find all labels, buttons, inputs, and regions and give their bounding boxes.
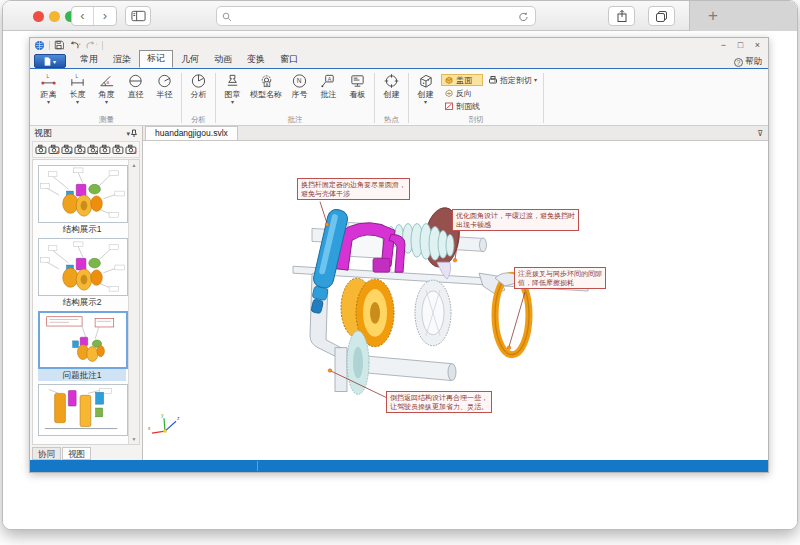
section-line-toggle[interactable]: 剖面线 — [441, 100, 483, 112]
panel-collapse-icon[interactable]: ⊽ — [757, 129, 763, 138]
show-tabs-button[interactable] — [648, 6, 675, 26]
view-item-structure2[interactable]: 结构展示2 — [38, 238, 126, 308]
length-icon: L — [69, 73, 86, 89]
dropdown-caret-icon: ▾ — [53, 58, 56, 65]
axis-triad-icon: x y z — [148, 412, 180, 433]
specify-section-button[interactable]: 指定剖切 ▾ — [485, 74, 540, 86]
app-window: − □ × ▾ 常用 渲染 标记 几何 动画 变换 窗口 ? — [29, 37, 769, 473]
thumbnail-scrollbar[interactable]: ▲ ▼ — [128, 160, 139, 444]
part-white-gear[interactable] — [415, 280, 451, 346]
camera-delete-icon[interactable] — [125, 144, 137, 155]
group-label-section: 剖切 — [412, 114, 540, 125]
annotation-button[interactable]: A 批注 — [315, 71, 342, 100]
svg-text:y: y — [161, 412, 164, 418]
section-create-button[interactable]: 创建▾ — [412, 71, 439, 105]
tab-render[interactable]: 渲染 — [106, 52, 138, 68]
model-name-button[interactable]: A 模型名称 — [248, 71, 284, 100]
reverse-toggle[interactable]: 反向 — [441, 87, 483, 99]
camera-next-icon[interactable] — [112, 144, 124, 155]
annotation-callout-3[interactable]: 注意拨叉与同步环间的间隙 值，降低摩擦损耗 — [514, 267, 606, 289]
help-button[interactable]: ? 帮助 — [734, 56, 764, 68]
tab-mark[interactable]: 标记 — [139, 50, 173, 68]
sequence-number-button[interactable]: N 序号 — [286, 71, 313, 100]
app-minimize-button[interactable]: − — [717, 39, 730, 51]
scroll-down-icon[interactable]: ▼ — [132, 436, 137, 442]
document-tab[interactable]: huandangjigou.svlx — [145, 126, 238, 140]
tab-animation[interactable]: 动画 — [207, 52, 239, 68]
part-cyan-gear[interactable] — [347, 331, 369, 395]
view-item-partial[interactable] — [38, 384, 126, 436]
distance-button[interactable]: L 距离▾ — [35, 71, 62, 105]
tab-collaboration[interactable]: 协同 — [32, 447, 61, 460]
part-gold-gear[interactable] — [341, 278, 394, 347]
view-thumbnail-image — [38, 238, 128, 296]
redo-icon[interactable] — [85, 40, 98, 50]
crosshair-icon — [383, 73, 400, 89]
view-item-problem-annotation1[interactable]: 问题批注1 — [38, 311, 126, 381]
hotspot-create-button[interactable]: 创建 — [378, 71, 405, 100]
camera-update-icon[interactable] — [48, 144, 60, 155]
group-label-analysis: 分析 — [185, 114, 212, 125]
tab-view[interactable]: 视图 — [62, 447, 91, 460]
radius-button[interactable]: 半径 — [151, 71, 178, 100]
dropdown-caret-icon: ▾ — [534, 78, 537, 83]
radius-icon — [156, 73, 173, 89]
browser-page: − □ × ▾ 常用 渲染 标记 几何 动画 变换 窗口 ? — [3, 31, 797, 530]
tab-geometry[interactable]: 几何 — [174, 52, 206, 68]
file-menu-button[interactable]: ▾ — [34, 54, 66, 68]
ribbon: L 距离▾ L 长度▾ a 角度▾ 直径 — [30, 68, 768, 126]
reload-icon[interactable] — [518, 11, 529, 23]
dropdown-caret-icon: ▾ — [424, 100, 427, 105]
diameter-button[interactable]: 直径 — [122, 71, 149, 100]
camera-up-icon[interactable] — [74, 144, 86, 155]
undo-icon[interactable] — [68, 40, 81, 50]
dropdown-caret-icon: ▾ — [105, 100, 108, 105]
app-maximize-button[interactable]: □ — [734, 39, 747, 51]
annotation-callout-4[interactable]: 倒挡返回结构设计再合理一些， 让驾驶员操纵更加省力、灵活。 — [386, 391, 492, 413]
status-bar-divider — [257, 461, 258, 471]
save-icon[interactable] — [54, 40, 64, 50]
analysis-button[interactable]: 分析 — [185, 71, 212, 100]
section-line-icon — [444, 101, 454, 111]
analysis-icon — [190, 73, 207, 89]
new-tab-button[interactable]: + — [700, 4, 726, 27]
tab-window[interactable]: 窗口 — [273, 52, 305, 68]
length-button[interactable]: L 长度▾ — [64, 71, 91, 105]
ribbon-group-annotation: 图章▾ A 模型名称 N 序号 A 批注 — [216, 71, 374, 125]
camera-refresh-icon[interactable] — [61, 144, 73, 155]
app-logo-icon — [34, 40, 45, 51]
share-button[interactable] — [608, 6, 635, 26]
view-panel-title: 视图 — [34, 127, 52, 140]
tab-common[interactable]: 常用 — [73, 52, 105, 68]
close-traffic-light[interactable] — [33, 11, 44, 22]
panel-tab-bar: 协同 视图 — [30, 446, 142, 460]
forward-button[interactable]: › — [94, 7, 116, 25]
back-button[interactable]: ‹ — [72, 7, 94, 25]
board-icon — [349, 73, 366, 89]
view-thumbnail-image — [38, 384, 128, 436]
cap-face-toggle[interactable]: 盖面 — [441, 74, 483, 86]
angle-button[interactable]: a 角度▾ — [93, 71, 120, 105]
annotation-callout-2[interactable]: 优化圆角设计，平缓过渡，避免换挡时 出现卡顿感 — [452, 209, 579, 231]
camera-settings-icon[interactable] — [87, 144, 99, 155]
annotation-callout-1[interactable]: 换挡杆固定器的边角要尽量圆滑， 避免与壳体干涉 — [297, 178, 410, 200]
ribbon-group-measure: L 距离▾ L 长度▾ a 角度▾ 直径 — [32, 71, 181, 125]
address-search-field[interactable] — [216, 6, 536, 26]
camera-prev-icon[interactable] — [99, 144, 111, 155]
minimize-traffic-light[interactable] — [49, 11, 60, 22]
board-button[interactable]: 看板 — [344, 71, 371, 100]
ribbon-group-analysis: 分析 分析 — [182, 71, 215, 125]
stamp-button[interactable]: 图章▾ — [219, 71, 246, 105]
3d-viewport[interactable]: x y z 换挡杆固定器的边角要尽量圆滑， 避免与壳体干涉 优化圆角设计，平缓过… — [143, 141, 768, 460]
view-toolbar — [32, 141, 140, 158]
dropdown-caret-icon: ▾ — [76, 100, 79, 105]
sidebar-toggle-button[interactable] — [125, 6, 151, 26]
pin-icon[interactable] — [130, 129, 138, 138]
cap-face-icon — [444, 75, 454, 85]
view-item-structure1[interactable]: 结构展示1 — [38, 165, 126, 235]
tab-transform[interactable]: 变换 — [240, 52, 272, 68]
annotation-icon: A — [320, 73, 337, 89]
camera-add-icon[interactable] — [35, 144, 47, 155]
scroll-up-icon[interactable]: ▲ — [132, 162, 137, 168]
app-close-button[interactable]: × — [751, 39, 764, 51]
